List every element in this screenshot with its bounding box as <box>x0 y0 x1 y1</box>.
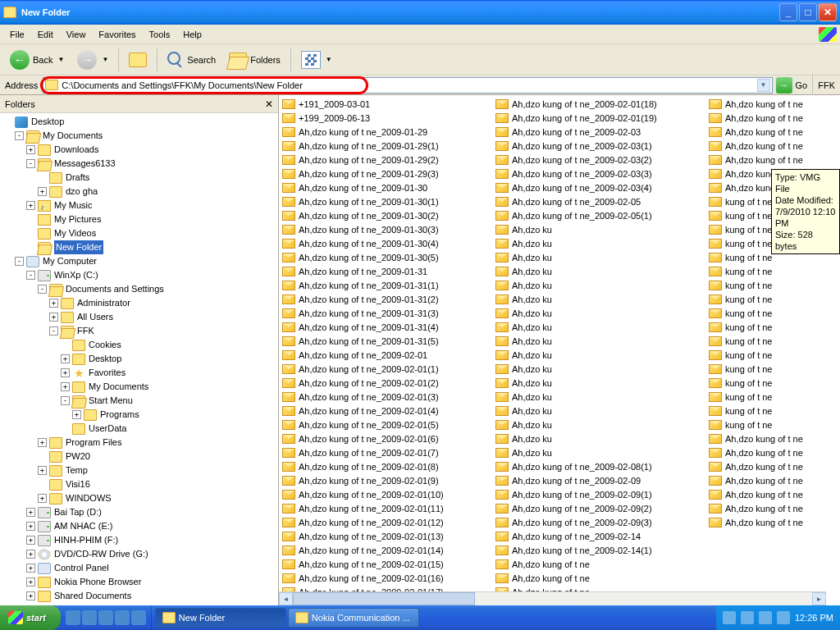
file-item[interactable]: Ah,dzo ku <box>495 236 709 250</box>
quicklaunch-icon[interactable] <box>98 610 113 625</box>
expand-icon[interactable]: + <box>61 354 70 363</box>
file-item[interactable]: Ah,dzo ku <box>495 362 709 376</box>
expand-icon[interactable]: - <box>15 131 24 140</box>
expand-icon[interactable]: + <box>26 201 35 210</box>
tree-node-admin[interactable]: +Administrator <box>3 296 278 310</box>
tree-node-hinhphim[interactable]: +HINH-PHIM (F:) <box>3 533 278 547</box>
file-item[interactable]: kung of t ne <box>709 292 832 306</box>
tree-node-shared[interactable]: +Shared Documents <box>3 589 278 603</box>
expand-icon[interactable]: + <box>38 438 47 447</box>
file-item[interactable]: Ah,dzo kung of t ne_2009-02-01(2) <box>282 376 495 390</box>
file-item[interactable]: Ah,dzo kung of t ne <box>495 571 619 585</box>
file-item[interactable]: Ah,dzo kung of t ne_2009-02-05 <box>495 194 709 208</box>
file-item[interactable]: Ah,dzo kung of t ne_2009-02-03 <box>495 125 709 139</box>
file-item[interactable]: Ah,dzo kung of t ne_2009-01-29(2) <box>282 153 495 167</box>
file-item[interactable]: Ah,dzo kung of t ne_2009-02-08(1) <box>495 459 709 473</box>
file-item[interactable]: Ah,dzo kung of t ne <box>709 501 832 515</box>
folder-tree[interactable]: Desktop-My Documents+Downloads-Messages6… <box>0 113 278 605</box>
file-item[interactable]: Ah,dzo kung of t ne <box>709 431 832 445</box>
tree-node-userdata[interactable]: UserData <box>3 422 278 436</box>
file-item[interactable]: kung of t ne <box>709 418 832 431</box>
tree-node-visi16[interactable]: Visi16 <box>3 477 278 491</box>
tree-node-amnhac[interactable]: +AM NHAC (E:) <box>3 519 278 533</box>
file-item[interactable]: kung of t ne <box>709 376 832 390</box>
tree-node-mymusic[interactable]: +My Music <box>3 199 278 212</box>
file-item[interactable]: Ah,dzo kung of t ne_2009-02-03(4) <box>495 180 709 194</box>
quicklaunch-icon[interactable] <box>131 610 146 625</box>
file-item[interactable]: Ah,dzo kung of t ne_2009-01-30 <box>282 180 495 194</box>
file-item[interactable]: Ah,dzo kung of t ne_2009-01-29(3) <box>282 167 495 180</box>
file-item[interactable]: Ah,dzo kung of t ne <box>709 445 832 459</box>
file-item[interactable]: Ah,dzo kung of t ne_2009-01-30(2) <box>282 208 495 222</box>
tree-node-temp[interactable]: +Temp <box>3 463 278 477</box>
expand-icon[interactable]: + <box>26 508 35 517</box>
file-item[interactable]: Ah,dzo ku <box>495 264 709 278</box>
file-item[interactable]: Ah,dzo ku <box>495 445 709 459</box>
file-item[interactable]: Ah,dzo kung of t ne_2009-02-01(8) <box>282 459 495 473</box>
file-item[interactable]: Ah,dzo kung of t ne_2009-01-30(5) <box>282 250 495 264</box>
address-input[interactable]: C:\Documents and Settings\FFK\My Documen… <box>43 77 772 94</box>
tree-node-startmenu[interactable]: -Start Menu <box>3 394 278 408</box>
quicklaunch-icon[interactable] <box>66 610 80 625</box>
file-item[interactable]: Ah,dzo kung of t ne_2009-02-01(11) <box>282 501 495 515</box>
file-item[interactable]: Ah,dzo kung of t ne <box>709 459 832 473</box>
file-item[interactable]: Ah,dzo kung of t ne_2009-01-31(2) <box>282 292 495 306</box>
taskbar-item-nokia[interactable]: Nokia Communication ... <box>288 608 419 628</box>
file-item[interactable]: Ah,dzo kung of t ne_2009-02-01(10) <box>282 487 495 501</box>
file-item[interactable]: Ah,dzo kung of t ne <box>709 125 832 139</box>
file-item[interactable]: Ah,dzo ku <box>495 334 709 348</box>
tree-node-desktop[interactable]: Desktop <box>3 115 278 129</box>
tree-node-programs[interactable]: +Programs <box>3 408 278 422</box>
file-item[interactable]: Ah,dzo kung of t ne_2009-02-01(19) <box>495 111 709 125</box>
file-item[interactable]: Ah,dzo kung of t ne_2009-01-30(3) <box>282 222 495 236</box>
file-item[interactable]: Ah,dzo kung of t ne_2009-02-01(16) <box>282 571 495 585</box>
taskbar-item-newfolder[interactable]: New Folder <box>155 608 286 628</box>
quicklaunch-icon[interactable] <box>82 610 97 625</box>
tree-node-mypics[interactable]: My Pictures <box>3 212 278 226</box>
tray-icon[interactable] <box>741 611 754 624</box>
file-list-pane[interactable]: +191_2009-03-01+199_2009-06-13Ah,dzo kun… <box>279 95 840 605</box>
file-item[interactable]: Ah,dzo kung of t ne_2009-02-01(4) <box>282 404 495 418</box>
expand-icon[interactable]: + <box>38 466 47 475</box>
expand-icon[interactable]: - <box>15 257 24 266</box>
menu-file[interactable]: File <box>3 27 31 42</box>
file-item[interactable]: Ah,dzo ku <box>495 431 709 445</box>
expand-icon[interactable]: + <box>26 522 35 531</box>
file-item[interactable]: Ah,dzo kung of t ne_2009-01-29 <box>282 125 495 139</box>
search-button[interactable]: Search <box>162 48 221 72</box>
file-item[interactable]: Ah,dzo ku <box>495 390 709 404</box>
expand-icon[interactable]: + <box>61 382 70 391</box>
expand-icon[interactable]: - <box>26 159 35 168</box>
file-item[interactable]: Ah,dzo kung of t ne_2009-01-30(1) <box>282 194 495 208</box>
file-item[interactable]: Ah,dzo ku <box>495 278 709 292</box>
file-item[interactable]: kung of t ne <box>709 334 832 348</box>
file-item[interactable]: Ah,dzo kung of t ne <box>709 153 832 167</box>
file-item[interactable]: Ah,dzo ku <box>495 418 709 431</box>
sidebar-close-icon[interactable]: ✕ <box>265 98 273 110</box>
file-item[interactable]: Ah,dzo kung of t ne_2009-02-01(13) <box>282 529 495 543</box>
expand-icon[interactable]: - <box>26 271 35 280</box>
file-item[interactable]: Ah,dzo kung of t ne <box>709 97 832 111</box>
quicklaunch-icon[interactable] <box>115 610 130 625</box>
file-item[interactable]: kung of t ne <box>709 278 832 292</box>
file-item[interactable]: Ah,dzo kung of t ne_2009-02-01(7) <box>282 445 495 459</box>
file-item[interactable]: Ah,dzo kung of t ne_2009-02-03(2) <box>495 153 709 167</box>
tree-node-mycomputer[interactable]: -My Computer <box>3 254 278 268</box>
menu-view[interactable]: View <box>60 27 93 42</box>
menu-help[interactable]: Help <box>176 27 208 42</box>
expand-icon[interactable]: + <box>61 368 70 377</box>
file-item[interactable]: kung of t ne <box>709 404 832 418</box>
expand-icon[interactable]: - <box>38 285 47 294</box>
tree-node-dvdcd[interactable]: +DVD/CD-RW Drive (G:) <box>3 547 278 561</box>
expand-icon[interactable]: + <box>49 299 58 308</box>
file-item[interactable]: Ah,dzo ku <box>495 348 709 362</box>
tree-node-ffk[interactable]: -FFK <box>3 324 278 338</box>
forward-button[interactable]: → ▼ <box>72 48 113 72</box>
tree-node-winxp[interactable]: -WinXp (C:) <box>3 268 278 282</box>
folders-button[interactable]: Folders <box>224 48 285 72</box>
tree-node-cookies[interactable]: Cookies <box>3 338 278 352</box>
file-item[interactable]: kung of t ne <box>709 264 832 278</box>
tree-node-pw20[interactable]: PW20 <box>3 450 278 463</box>
tree-node-messages[interactable]: -Messages6133 <box>3 157 278 171</box>
clock[interactable]: 12:26 PM <box>795 613 833 623</box>
